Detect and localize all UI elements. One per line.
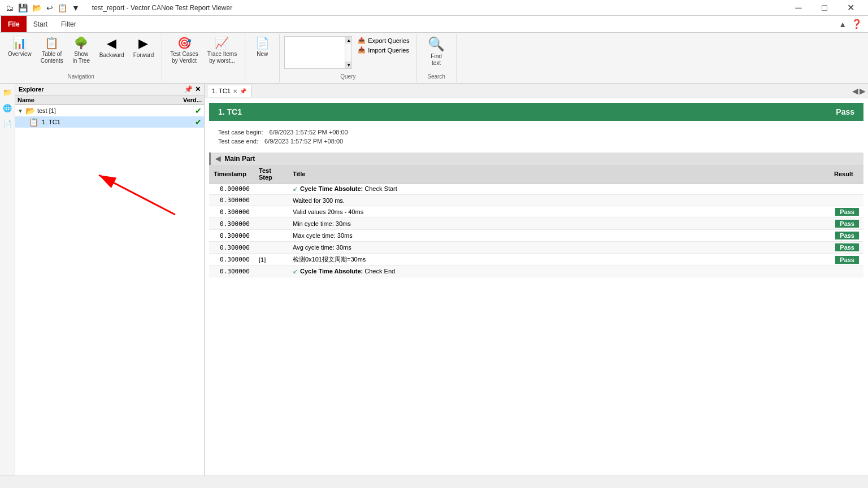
pass-badge: Pass: [835, 220, 859, 228]
tab-tc1[interactable]: 1. TC1 ✕ 📌: [207, 85, 251, 97]
file-menu[interactable]: File: [1, 16, 27, 32]
import-icon: 📥: [358, 46, 366, 54]
timestamp-cell: 0.300000: [209, 254, 254, 266]
search-group: 🔍 Findtext Search: [417, 34, 457, 82]
close-tab-icon[interactable]: ✕: [233, 88, 237, 94]
document-icon-btn[interactable]: 📄: [1, 117, 14, 130]
dropdown-icon[interactable]: ▼: [71, 2, 81, 14]
verdict-group: 🎯 Test Casesby Verdict 📈 Trace Itemsby w…: [162, 34, 245, 82]
table-row: 0.300000[1]检测0x101报文周期=30msPass: [209, 254, 863, 266]
verdict-icon: 🎯: [177, 37, 192, 49]
query-text-input[interactable]: [285, 37, 345, 68]
title-cell: ↙Cycle Time Absolute: Check End: [288, 266, 830, 277]
minimize-button[interactable]: ─: [785, 0, 811, 16]
filter-menu[interactable]: Filter: [54, 16, 83, 32]
export-queries-button[interactable]: 📤 Export Queries: [355, 36, 411, 45]
export-icon: 📤: [358, 37, 366, 44]
show-in-tree-button[interactable]: 🌳 Showin Tree: [69, 36, 94, 66]
find-text-button[interactable]: 🔍 Findtext: [424, 36, 449, 68]
step-cell: [254, 242, 288, 254]
result-cell: [830, 184, 863, 195]
navigation-label: Navigation: [68, 71, 94, 80]
save-icon[interactable]: 💾: [17, 2, 29, 14]
scroll-down-btn[interactable]: ▼: [345, 62, 352, 68]
pass-badge: Pass: [835, 232, 859, 239]
undo-icon[interactable]: ↩: [45, 2, 54, 14]
status-bar: [0, 476, 868, 488]
title-cell: Waited for 300 ms.: [288, 195, 830, 206]
main-part-section[interactable]: ◀ Main Part: [209, 152, 863, 165]
step-cell: [254, 218, 288, 230]
title-bar-left: 🗂 💾 📂 ↩ 📋 ▼ test_report - Vector CANoe T…: [5, 2, 232, 14]
new-button[interactable]: 📄 New: [250, 36, 275, 59]
timestamp-cell: 0.300000: [209, 195, 254, 206]
pass-badge: Pass: [835, 208, 859, 216]
tab-tc1-label: 1. TC1: [212, 88, 231, 94]
test-cases-by-verdict-button[interactable]: 🎯 Test Casesby Verdict: [167, 36, 201, 66]
overview-button[interactable]: 📊 Overview: [5, 36, 35, 59]
collapse-icon[interactable]: ▲: [839, 20, 847, 29]
backward-icon: ◀: [107, 37, 116, 50]
title-cell: Max cycle time: 30ms: [288, 230, 830, 242]
window-controls: ─ □ ✕: [785, 0, 863, 16]
trace-items-button[interactable]: 📈 Trace Itemsby worst...: [204, 36, 240, 66]
table-of-contents-button[interactable]: 📋 Table ofContents: [37, 36, 67, 66]
maximize-button[interactable]: □: [811, 0, 837, 16]
tab-bar: 1. TC1 ✕ 📌 ◀ ▶: [205, 84, 868, 98]
explorer-header: Explorer 📌 ✕: [15, 84, 204, 95]
start-menu[interactable]: Start: [27, 16, 54, 32]
explorer-panel: Explorer 📌 ✕ Name Verd... ▼ 📂 test [1] ✔…: [15, 84, 205, 476]
timestamp-cell: 0.300000: [209, 206, 254, 218]
result-cell: [830, 195, 863, 206]
step-cell: [254, 230, 288, 242]
new-group: 📄 New: [245, 34, 280, 82]
tree-nav-icon-btn[interactable]: 🌐: [1, 102, 14, 114]
import-queries-button[interactable]: 📥 Import Queries: [355, 46, 411, 54]
step-cell: [254, 184, 288, 195]
pin-tab-icon[interactable]: 📌: [240, 88, 246, 94]
overview-label: Overview: [8, 51, 32, 58]
close-button[interactable]: ✕: [837, 0, 863, 16]
end-value: 6/9/2023 1:57:52 PM +08:00: [264, 138, 343, 145]
scroll-up-btn[interactable]: ▲: [345, 37, 352, 43]
tree-item-test[interactable]: ▼ 📂 test [1] ✔: [15, 105, 204, 116]
main-layout: 📁 🌐 📄 Explorer 📌 ✕ Name Verd... ▼ 📂 test…: [0, 84, 868, 476]
close-explorer-icon[interactable]: ✕: [195, 85, 201, 93]
backward-button[interactable]: ◀ Backward: [96, 36, 128, 60]
step-cell: [254, 195, 288, 206]
end-row: Test case end: 6/9/2023 1:57:52 PM +08:0…: [218, 137, 854, 146]
navigation-buttons: 📊 Overview 📋 Table ofContents 🌳 Showin T…: [5, 36, 157, 71]
tab-nav-right[interactable]: ▶: [860, 86, 866, 95]
explorer-columns: Name Verd...: [15, 95, 204, 105]
result-cell: Pass: [830, 218, 863, 230]
timestamp-cell: 0.300000: [209, 266, 254, 277]
timestamp-header: Timestamp: [209, 165, 254, 184]
forward-button[interactable]: ▶ Forward: [130, 36, 158, 60]
report-content: 1. TC1 Pass Test case begin: 6/9/2023 1:…: [205, 98, 868, 476]
table-row: 0.300000Valid values 20ms - 40msPass: [209, 206, 863, 218]
help-icon[interactable]: ❓: [851, 19, 862, 29]
title-cell: Valid values 20ms - 40ms: [288, 206, 830, 218]
trace-label: Trace Itemsby worst...: [207, 51, 237, 64]
window-title: test_report - Vector CANoe Test Report V…: [92, 4, 232, 12]
table-row: 0.300000Avg cycle time: 30msPass: [209, 242, 863, 254]
table-row: 0.000000↙Cycle Time Absolute: Check Star…: [209, 184, 863, 195]
folder-icon-btn[interactable]: 📁: [1, 86, 14, 98]
tree-item-tc1-label: 1. TC1: [42, 119, 194, 125]
verdict-label: Test Casesby Verdict: [170, 51, 198, 64]
import-label: Import Queries: [368, 47, 409, 54]
open-icon[interactable]: 📂: [31, 2, 43, 14]
title-cell: 检测0x101报文周期=30ms: [288, 254, 830, 266]
toc-icon: 📋: [45, 37, 59, 49]
clipboard-icon[interactable]: 📋: [57, 2, 68, 14]
tree-item-tc1[interactable]: 📋 1. TC1 ✔: [15, 116, 204, 128]
pin-icon[interactable]: 📌: [184, 85, 193, 93]
new-label: New: [257, 51, 268, 58]
tab-nav-left[interactable]: ◀: [852, 86, 858, 95]
end-label: Test case end:: [218, 138, 258, 145]
tc1-file-icon: 📋: [29, 117, 38, 127]
result-cell: Pass: [830, 242, 863, 254]
step-cell: [254, 206, 288, 218]
find-icon: 🔍: [428, 37, 445, 51]
trace-icon: 📈: [215, 37, 229, 49]
